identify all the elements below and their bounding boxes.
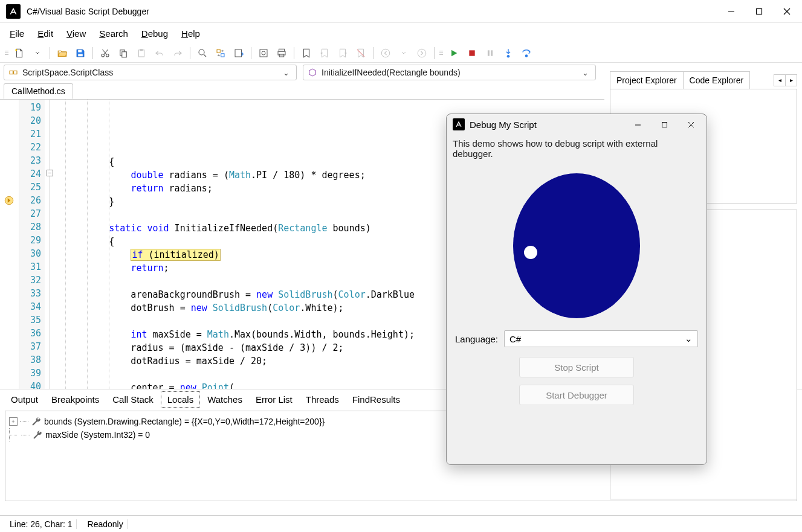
menu-search[interactable]: Search xyxy=(99,28,128,39)
app-icon xyxy=(6,4,21,19)
svg-point-19 xyxy=(262,51,265,55)
bottom-tab-error-list[interactable]: Error List xyxy=(250,392,299,407)
start-debugger-button[interactable]: Start Debugger xyxy=(519,385,634,405)
svg-rect-36 xyxy=(662,122,667,127)
expand-toggle[interactable]: + xyxy=(9,417,18,426)
nav-back-button[interactable] xyxy=(377,45,394,61)
stop-button[interactable] xyxy=(464,45,480,61)
step-over-button[interactable] xyxy=(518,45,535,61)
float-canvas xyxy=(447,167,707,324)
method-combo[interactable]: InitializeIfNeeded(Rectangle bounds) ⌄ xyxy=(303,65,596,80)
breakpoint-margin[interactable] xyxy=(0,100,19,389)
stop-script-button[interactable]: Stop Script xyxy=(519,357,634,377)
maximize-button[interactable] xyxy=(745,0,773,23)
svg-rect-16 xyxy=(221,53,224,56)
new-file-button[interactable] xyxy=(11,45,28,61)
run-button[interactable] xyxy=(445,45,462,61)
svg-rect-32 xyxy=(14,71,17,74)
svg-rect-12 xyxy=(140,49,143,51)
svg-point-4 xyxy=(15,49,17,51)
step-into-button[interactable] xyxy=(500,45,517,61)
toolbar xyxy=(0,43,802,63)
bottom-tab-locals[interactable]: Locals xyxy=(161,391,200,408)
float-maximize-button[interactable] xyxy=(651,115,677,133)
svg-point-13 xyxy=(199,50,204,55)
float-title: Debug My Script xyxy=(470,120,537,130)
nav-fwd-button[interactable] xyxy=(413,45,430,61)
svg-point-30 xyxy=(525,54,528,57)
bookmark-prev-button[interactable] xyxy=(316,45,333,61)
float-close-button[interactable] xyxy=(677,115,704,133)
undo-button[interactable] xyxy=(151,45,168,61)
svg-rect-17 xyxy=(235,50,242,57)
bottom-tab-breakpoints[interactable]: Breakpoints xyxy=(45,392,105,407)
arena-circle xyxy=(513,173,640,318)
bookmark-toggle-button[interactable] xyxy=(298,45,315,61)
print-button[interactable] xyxy=(273,45,290,61)
fold-column[interactable]: − xyxy=(45,100,65,389)
menu-debug[interactable]: Debug xyxy=(141,28,168,39)
tab-scroll-left[interactable]: ◂ xyxy=(774,74,786,86)
minimize-button[interactable] xyxy=(717,0,745,23)
float-description: This demo shows how to debug script with… xyxy=(447,135,707,162)
class-icon xyxy=(8,67,19,78)
bottom-tab-threads[interactable]: Threads xyxy=(300,392,345,407)
save-button[interactable] xyxy=(72,45,89,61)
svg-rect-11 xyxy=(139,50,144,56)
close-button[interactable] xyxy=(773,0,801,23)
find-button[interactable] xyxy=(194,45,211,61)
tab-scroll-right[interactable]: ▸ xyxy=(785,74,797,86)
bottom-tab-call-stack[interactable]: Call Stack xyxy=(106,392,160,407)
menu-view[interactable]: View xyxy=(66,28,86,39)
copy-button[interactable] xyxy=(115,45,132,61)
editor-tab[interactable]: CallMethod.cs xyxy=(4,83,73,99)
svg-point-24 xyxy=(381,49,390,57)
redo-button[interactable] xyxy=(169,45,186,61)
method-combo-text: InitializeIfNeeded(Rectangle bounds) xyxy=(322,68,582,77)
goto-button[interactable] xyxy=(230,45,247,61)
svg-rect-20 xyxy=(279,49,285,51)
float-titlebar[interactable]: Debug My Script xyxy=(447,114,707,135)
class-combo[interactable]: ScriptSpace.ScriptClass ⌄ xyxy=(4,65,297,80)
nav-back-dropdown[interactable] xyxy=(395,45,412,61)
open-button[interactable] xyxy=(54,45,71,61)
menu-edit[interactable]: Edit xyxy=(37,28,53,39)
window-title: C#/Visual Basic Script Debugger xyxy=(27,7,149,16)
bottom-tab-watches[interactable]: Watches xyxy=(201,392,248,407)
tab-code-explorer[interactable]: Code Explorer xyxy=(683,71,751,89)
new-dropdown[interactable] xyxy=(29,45,46,61)
fold-toggle[interactable]: − xyxy=(47,170,53,176)
line-gutter: 1920212223242526272829303132333435363738… xyxy=(19,100,45,389)
svg-rect-10 xyxy=(122,51,127,57)
preview-button[interactable] xyxy=(255,45,272,61)
paste-button[interactable] xyxy=(133,45,150,61)
bookmark-clear-button[interactable] xyxy=(352,45,369,61)
language-label: Language: xyxy=(455,334,498,344)
svg-rect-26 xyxy=(469,50,474,56)
svg-point-29 xyxy=(507,55,510,58)
language-value: C# xyxy=(509,334,521,344)
tab-project-explorer[interactable]: Project Explorer xyxy=(610,71,684,89)
svg-point-25 xyxy=(418,49,426,57)
bottom-tab-output[interactable]: Output xyxy=(5,392,44,407)
menu-help[interactable]: Help xyxy=(181,28,200,39)
menu-file[interactable]: File xyxy=(10,28,24,39)
language-select[interactable]: C# ⌄ xyxy=(504,330,698,347)
float-minimize-button[interactable] xyxy=(624,115,651,133)
cut-button[interactable] xyxy=(97,45,114,61)
chevron-down-icon: ⌄ xyxy=(685,333,693,344)
debug-script-window[interactable]: Debug My Script This demo shows how to d… xyxy=(446,114,707,465)
svg-rect-18 xyxy=(260,50,267,57)
replace-button[interactable] xyxy=(212,45,229,61)
bottom-tab-findresults[interactable]: FindResults xyxy=(346,392,406,407)
bookmark-next-button[interactable] xyxy=(334,45,351,61)
pause-button[interactable] xyxy=(482,45,499,61)
method-icon xyxy=(307,67,318,78)
class-combo-text: ScriptSpace.ScriptClass xyxy=(22,68,283,77)
svg-rect-22 xyxy=(279,54,284,57)
chevron-down-icon: ⌄ xyxy=(283,68,293,77)
dot-circle xyxy=(524,246,537,259)
svg-rect-6 xyxy=(78,54,83,56)
svg-rect-31 xyxy=(10,71,13,74)
chevron-down-icon: ⌄ xyxy=(582,68,592,77)
